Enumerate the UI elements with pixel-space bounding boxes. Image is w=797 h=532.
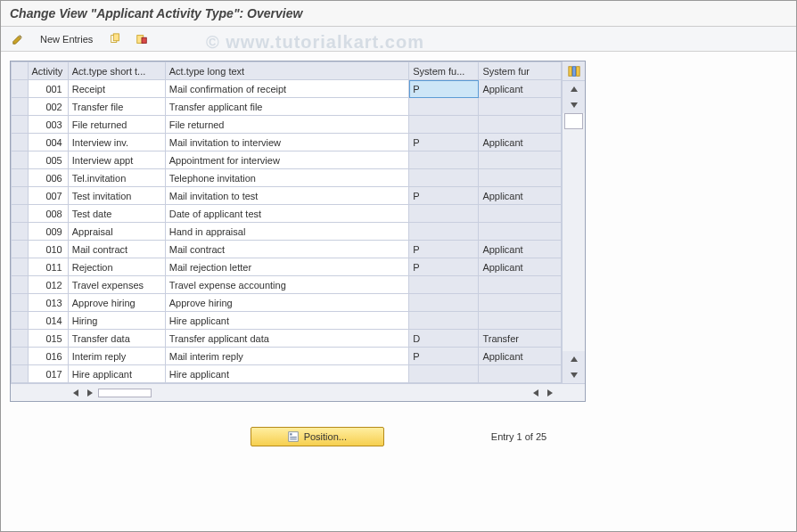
cell-sf2[interactable] [479, 205, 562, 223]
cell-short[interactable]: Mail contract [68, 241, 165, 258]
cell-sf2[interactable]: Applicant [479, 187, 562, 205]
scroll-up2-icon[interactable] [563, 351, 585, 367]
cell-long[interactable]: Hire applicant [165, 312, 409, 330]
cell-sf1[interactable] [409, 169, 479, 187]
col-sf2[interactable]: System fur [479, 62, 562, 80]
cell-long[interactable]: Date of applicant test [165, 205, 409, 223]
cell-activity[interactable]: 008 [28, 205, 68, 223]
cell-long[interactable]: Mail interim reply [165, 348, 409, 365]
cell-long[interactable]: Transfer applicant data [165, 330, 409, 348]
cell-short[interactable]: File returned [68, 116, 165, 134]
row-selector[interactable] [12, 365, 29, 383]
cell-sf1[interactable] [409, 116, 479, 134]
hscroll-left2-icon[interactable] [530, 387, 542, 399]
cell-sf2[interactable] [479, 169, 562, 187]
cell-long[interactable]: Appointment for interview [165, 151, 409, 169]
cell-long[interactable]: File returned [165, 116, 409, 134]
col-short[interactable]: Act.type short t... [68, 62, 165, 80]
col-long[interactable]: Act.type long text [165, 62, 409, 80]
cell-activity[interactable]: 006 [28, 169, 68, 187]
cell-activity[interactable]: 013 [28, 294, 68, 312]
row-selector[interactable] [12, 223, 29, 241]
cell-activity[interactable]: 007 [28, 187, 68, 205]
scroll-down-icon[interactable] [563, 97, 585, 113]
cell-long[interactable]: Telephone invitation [165, 169, 409, 187]
scroll-thumb[interactable] [564, 113, 583, 129]
scroll-down2-icon[interactable] [563, 367, 585, 383]
new-entries-button[interactable]: New Entries [35, 32, 98, 46]
cell-sf2[interactable]: Applicant [479, 134, 562, 151]
cell-activity[interactable]: 016 [28, 348, 68, 365]
cell-activity[interactable]: 014 [28, 312, 68, 330]
cell-long[interactable]: Mail rejection letter [165, 258, 409, 276]
cell-short[interactable]: Transfer file [68, 98, 165, 116]
row-selector[interactable] [12, 151, 29, 169]
cell-long[interactable]: Hand in appraisal [165, 223, 409, 241]
cell-activity[interactable]: 009 [28, 223, 68, 241]
cell-sf1[interactable] [409, 223, 479, 241]
cell-short[interactable]: Hiring [68, 312, 165, 330]
cell-activity[interactable]: 017 [28, 365, 68, 383]
cell-activity[interactable]: 010 [28, 241, 68, 258]
cell-sf2[interactable] [479, 276, 562, 294]
col-activity[interactable]: Activity [28, 62, 68, 80]
cell-sf2[interactable] [479, 294, 562, 312]
cell-sf2[interactable]: Applicant [479, 258, 562, 276]
col-select[interactable] [12, 62, 29, 80]
cell-activity[interactable]: 015 [28, 330, 68, 348]
cell-sf1[interactable]: P [409, 134, 479, 151]
cell-long[interactable]: Mail invitation to test [165, 187, 409, 205]
row-selector[interactable] [12, 187, 29, 205]
position-button[interactable]: Position... [251, 427, 384, 446]
cell-short[interactable]: Approve hiring [68, 294, 165, 312]
cell-sf1[interactable]: P [409, 258, 479, 276]
row-selector[interactable] [12, 294, 29, 312]
row-selector[interactable] [12, 116, 29, 134]
cell-sf1[interactable]: P [409, 348, 479, 365]
row-selector[interactable] [12, 348, 29, 365]
configure-columns-icon[interactable] [563, 61, 585, 81]
cell-activity[interactable]: 011 [28, 258, 68, 276]
row-selector[interactable] [12, 258, 29, 276]
row-selector[interactable] [12, 241, 29, 258]
cell-sf2[interactable]: Transfer [479, 330, 562, 348]
cell-activity[interactable]: 005 [28, 151, 68, 169]
cell-activity[interactable]: 012 [28, 276, 68, 294]
cell-long[interactable]: Mail confirmation of receipt [165, 80, 409, 98]
cell-sf1[interactable] [409, 312, 479, 330]
cell-sf1[interactable] [409, 98, 479, 116]
cell-long[interactable]: Mail invitation to interview [165, 134, 409, 151]
cell-short[interactable]: Rejection [68, 258, 165, 276]
cell-sf2[interactable]: Applicant [479, 348, 562, 365]
cell-sf2[interactable] [479, 98, 562, 116]
cell-activity[interactable]: 003 [28, 116, 68, 134]
cell-short[interactable]: Tel.invitation [68, 169, 165, 187]
cell-sf1[interactable]: P [409, 80, 479, 98]
delete-icon[interactable] [132, 30, 152, 48]
cell-sf1[interactable] [409, 205, 479, 223]
cell-sf1[interactable] [409, 276, 479, 294]
cell-long[interactable]: Transfer applicant file [165, 98, 409, 116]
cell-sf1[interactable]: D [409, 330, 479, 348]
cell-sf2[interactable] [479, 365, 562, 383]
row-selector[interactable] [12, 169, 29, 187]
cell-sf2[interactable] [479, 116, 562, 134]
cell-activity[interactable]: 002 [28, 98, 68, 116]
cell-sf2[interactable]: Applicant [479, 241, 562, 258]
cell-short[interactable]: Test date [68, 205, 165, 223]
hscroll-right2-icon[interactable] [544, 387, 556, 399]
row-selector[interactable] [12, 276, 29, 294]
cell-sf1[interactable]: P [409, 187, 479, 205]
cell-long[interactable]: Travel expense accounting [165, 276, 409, 294]
hscroll-track-left[interactable] [98, 389, 152, 397]
cell-short[interactable]: Receipt [68, 80, 165, 98]
row-selector[interactable] [12, 330, 29, 348]
scroll-up-icon[interactable] [563, 81, 585, 97]
row-selector[interactable] [12, 80, 29, 98]
cell-short[interactable]: Interview appt [68, 151, 165, 169]
cell-short[interactable]: Test invitation [68, 187, 165, 205]
cell-activity[interactable]: 004 [28, 134, 68, 151]
cell-sf2[interactable]: Applicant [479, 80, 562, 98]
scroll-track[interactable] [563, 113, 585, 351]
cell-sf1[interactable]: P [409, 241, 479, 258]
